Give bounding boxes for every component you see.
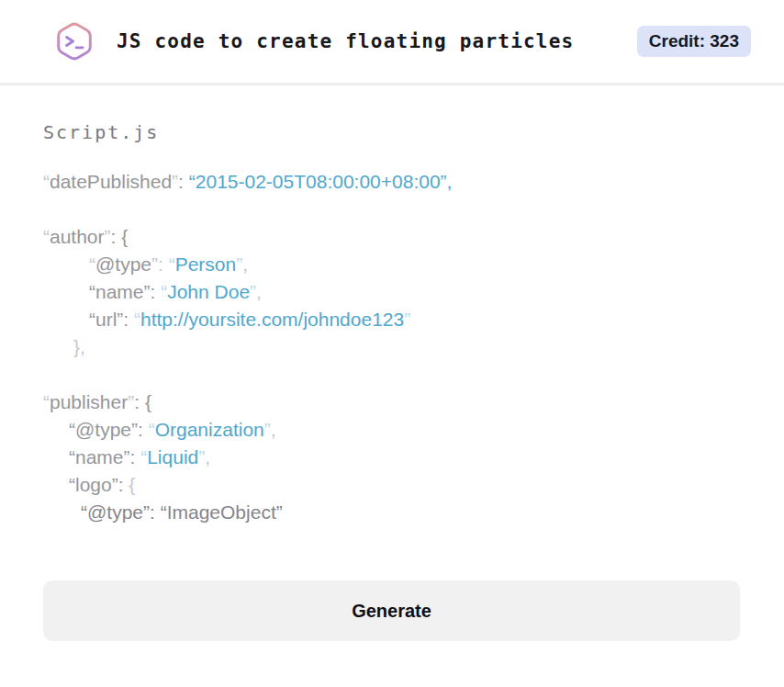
code-token: ” <box>151 253 158 275</box>
code-token: : <box>158 253 169 275</box>
code-line: “@type”: “Organization”, <box>43 416 740 444</box>
code-block: “datePublished”: “2015-02-05T08:00:00+08… <box>43 168 740 526</box>
code-token: : { <box>111 226 129 247</box>
code-token: “ <box>43 226 50 247</box>
credit-badge: Credit: 323 <box>637 26 751 57</box>
header: JS code to create floating particles Cre… <box>0 0 784 85</box>
code-token: “name”: <box>69 446 140 467</box>
code-line: }, <box>43 333 740 361</box>
code-token: “ <box>134 309 140 330</box>
code-line: “author”: { <box>43 223 740 251</box>
code-token: ” <box>105 226 111 247</box>
code-token: “2015-02-05T08:00:00+08:00”, <box>189 171 453 192</box>
code-line: “url”: “http://yoursite.com/johndoe123” <box>43 306 740 333</box>
code-token: “ <box>43 171 50 192</box>
code-line: “name”: “Liquid”, <box>43 444 740 471</box>
code-token: Liquid <box>147 446 198 467</box>
code-token: Organization <box>155 419 264 440</box>
code-token: publisher <box>50 391 128 412</box>
code-token: , <box>205 446 210 467</box>
code-token: ” <box>264 419 271 440</box>
code-token: “url”: <box>89 309 134 330</box>
code-token: “ <box>89 253 95 275</box>
code-line: “logo”: { <box>43 471 740 499</box>
terminal-prompt-hexagon-icon <box>52 19 96 63</box>
code-token: John Doe <box>167 281 250 302</box>
code-token: datePublished <box>50 171 172 192</box>
code-line: “@type”: “Person”, <box>43 251 740 278</box>
code-token: , <box>256 281 262 302</box>
code-token: “name”: <box>89 281 161 302</box>
code-token: @type <box>95 253 151 275</box>
code-token: “@type”: <box>69 419 149 440</box>
code-line <box>43 196 740 223</box>
code-token: }, <box>73 336 85 357</box>
code-token: http://yoursite.com/johndoe123 <box>140 309 404 330</box>
code-line: “publisher”: { <box>43 389 740 416</box>
code-token: ” <box>404 309 410 330</box>
code-line <box>43 361 740 389</box>
code-token: “ <box>43 391 50 412</box>
code-token: “ <box>149 419 155 440</box>
page: JS code to create floating particles Cre… <box>0 0 784 687</box>
code-token: { <box>129 474 135 495</box>
code-line: “name”: “John Doe”, <box>43 278 740 306</box>
page-title: JS code to create floating particles <box>117 30 574 52</box>
code-token: , <box>242 253 248 275</box>
generate-button[interactable]: Generate <box>43 580 740 641</box>
code-line: “@type”: “ImageObject” <box>43 499 740 526</box>
code-token: “@type”: “ImageObject” <box>81 501 283 523</box>
code-line: “datePublished”: “2015-02-05T08:00:00+08… <box>43 168 740 196</box>
code-token: “ <box>169 253 175 275</box>
code-token: author <box>50 226 105 247</box>
code-token: Person <box>175 253 237 275</box>
main-content: Script.js “datePublished”: “2015-02-05T0… <box>0 85 784 641</box>
code-token: , <box>271 419 276 440</box>
code-token: : <box>178 171 189 192</box>
code-token: : { <box>134 391 151 412</box>
code-token: “logo”: <box>69 474 129 495</box>
file-name: Script.js <box>43 120 740 144</box>
